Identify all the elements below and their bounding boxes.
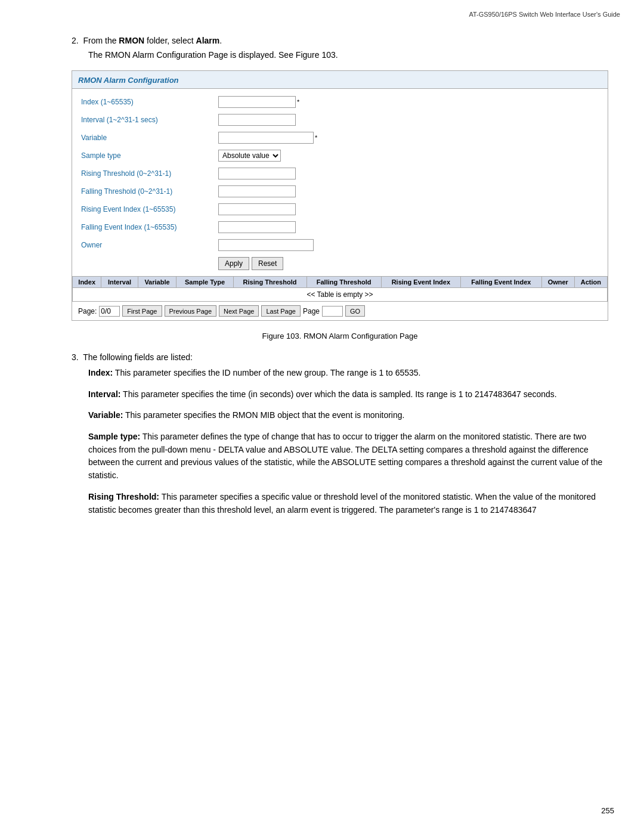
first-page-button[interactable]: First Page	[122, 305, 162, 317]
input-variable[interactable]	[218, 132, 314, 144]
page-header: AT-GS950/16PS Switch Web Interface User'…	[0, 0, 644, 18]
col-variable: Variable	[138, 277, 177, 288]
label-index: Index (1~65535)	[81, 98, 218, 106]
input-owner[interactable]	[218, 239, 314, 251]
table-header-row: Index Interval Variable Sample Type Risi…	[73, 277, 608, 288]
input-falling-event-index[interactable]	[218, 221, 296, 233]
col-sample-type: Sample Type	[177, 277, 233, 288]
label-falling-event-index: Falling Event Index (1~65535)	[81, 223, 218, 231]
config-title: RMON Alarm Configuration	[72, 71, 608, 89]
next-page-button[interactable]: Next Page	[219, 305, 259, 317]
label-owner: Owner	[81, 241, 218, 249]
step-3-item: 3. The following fields are listed: Inde…	[72, 352, 608, 516]
desc-section: Index: This parameter specifies the ID n…	[88, 367, 608, 516]
pagination: Page: First Page Previous Page Next Page…	[72, 302, 608, 320]
field-interval: Interval (1~2^31-1 secs)	[81, 113, 599, 127]
col-interval: Interval	[101, 277, 138, 288]
field-index: Index (1~65535) *	[81, 95, 599, 109]
step-2-item: 2. From the RMON folder, select Alarm. T…	[72, 36, 608, 60]
previous-page-button[interactable]: Previous Page	[165, 305, 217, 317]
apply-button[interactable]: Apply	[218, 257, 249, 270]
config-form: Index (1~65535) * Interval (1~2^31-1 sec…	[72, 89, 608, 276]
page-number: 255	[601, 806, 614, 815]
label-variable: Variable	[81, 134, 218, 142]
rmon-alarm-config-box: RMON Alarm Configuration Index (1~65535)…	[72, 70, 608, 321]
sample-type-wrapper: Absolute value Delta value	[218, 150, 281, 162]
col-index: Index	[73, 277, 101, 288]
select-sample-type[interactable]: Absolute value Delta value	[218, 150, 281, 162]
label-rising-threshold: Rising Threshold (0~2^31-1)	[81, 169, 218, 178]
col-action: Action	[574, 277, 607, 288]
col-owner: Owner	[541, 277, 574, 288]
table-empty-row: << Table is empty >>	[73, 288, 608, 302]
last-page-button[interactable]: Last Page	[261, 305, 301, 317]
alarm-table: Index Interval Variable Sample Type Risi…	[72, 276, 608, 302]
page-input-label: Page	[303, 307, 320, 315]
page-label: Page:	[78, 307, 97, 315]
desc-variable: Variable: This parameter specifies the R…	[88, 409, 608, 422]
go-button[interactable]: GO	[345, 305, 365, 317]
step-3-intro: 3. The following fields are listed:	[72, 352, 608, 362]
col-falling-threshold: Falling Threshold	[306, 277, 381, 288]
star-index: *	[297, 98, 299, 106]
label-falling-threshold: Falling Threshold (0~2^31-1)	[81, 187, 218, 196]
field-sample-type: Sample type Absolute value Delta value	[81, 148, 599, 163]
col-rising-event-index: Rising Event Index	[381, 277, 460, 288]
label-interval: Interval (1~2^31-1 secs)	[81, 116, 218, 124]
desc-interval: Interval: This parameter specifies the t…	[88, 388, 608, 401]
desc-rising-threshold: Rising Threshold: This parameter specifi…	[88, 491, 608, 516]
input-falling-threshold[interactable]	[218, 185, 296, 197]
desc-sample-type: Sample type: This parameter defines the …	[88, 431, 608, 482]
reset-button[interactable]: Reset	[252, 257, 283, 270]
page-goto-input[interactable]	[322, 306, 343, 317]
header-title: AT-GS950/16PS Switch Web Interface User'…	[469, 11, 620, 18]
label-sample-type: Sample type	[81, 151, 218, 160]
figure-caption: Figure 103. RMON Alarm Configuration Pag…	[72, 332, 608, 340]
field-owner: Owner	[81, 238, 599, 252]
desc-index: Index: This parameter specifies the ID n…	[88, 367, 608, 380]
field-falling-event-index: Falling Event Index (1~65535)	[81, 220, 599, 234]
star-variable: *	[315, 134, 317, 141]
input-interval[interactable]	[218, 114, 296, 126]
input-rising-event-index[interactable]	[218, 203, 296, 215]
step-2-subtext: The RMON Alarm Configuration Page is dis…	[88, 50, 608, 60]
field-falling-threshold: Falling Threshold (0~2^31-1)	[81, 184, 599, 199]
col-falling-event-index: Falling Event Index	[461, 277, 542, 288]
form-buttons: Apply Reset	[81, 257, 599, 270]
step-2-text: 2. From the RMON folder, select Alarm.	[72, 36, 608, 45]
table-empty-text: << Table is empty >>	[73, 288, 608, 302]
field-rising-threshold: Rising Threshold (0~2^31-1)	[81, 166, 599, 181]
field-rising-event-index: Rising Event Index (1~65535)	[81, 202, 599, 216]
page-value-input[interactable]	[99, 306, 120, 317]
field-variable: Variable *	[81, 131, 599, 145]
col-rising-threshold: Rising Threshold	[233, 277, 306, 288]
input-rising-threshold[interactable]	[218, 168, 296, 179]
input-index[interactable]	[218, 96, 296, 108]
label-rising-event-index: Rising Event Index (1~65535)	[81, 205, 218, 213]
